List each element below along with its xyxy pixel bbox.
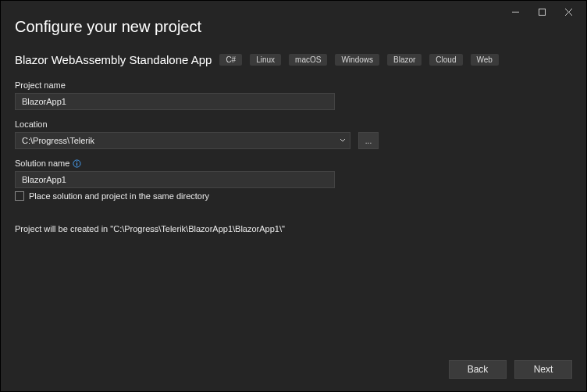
location-combo[interactable] — [15, 132, 350, 149]
next-button[interactable]: Next — [514, 360, 572, 379]
maximize-button[interactable] — [535, 5, 549, 18]
page-heading: Configure your new project — [15, 18, 572, 36]
same-directory-label: Place solution and project in the same d… — [29, 191, 209, 201]
solution-name-block: Solution name Place solution and project… — [15, 159, 572, 201]
project-name-block: Project name — [15, 80, 572, 110]
template-row: Blazor WebAssembly Standalone App C# Lin… — [15, 53, 572, 66]
solution-name-input[interactable] — [15, 171, 335, 188]
template-tag: Blazor — [387, 54, 422, 66]
location-input[interactable] — [15, 132, 350, 149]
back-button[interactable]: Back — [449, 360, 507, 379]
wizard-footer: Back Next — [449, 360, 572, 379]
solution-name-label: Solution name — [15, 159, 572, 168]
minimize-button[interactable] — [508, 5, 522, 18]
creation-path-summary: Project will be created in "C:\Progress\… — [15, 224, 572, 233]
titlebar-controls — [508, 1, 586, 18]
browse-button[interactable]: ... — [358, 132, 379, 149]
template-tag: macOS — [289, 54, 327, 66]
dialog-window: Configure your new project Blazor WebAss… — [0, 0, 587, 392]
close-button[interactable] — [561, 5, 575, 18]
template-tag: C# — [219, 54, 242, 66]
solution-name-label-text: Solution name — [15, 159, 69, 168]
template-tag: Windows — [335, 54, 379, 66]
location-block: Location ... — [15, 119, 572, 149]
project-name-label: Project name — [15, 80, 572, 90]
svg-rect-1 — [539, 9, 545, 15]
content-area: Configure your new project Blazor WebAss… — [15, 18, 572, 346]
svg-point-6 — [76, 161, 77, 162]
same-directory-row: Place solution and project in the same d… — [15, 191, 572, 201]
template-name: Blazor WebAssembly Standalone App — [15, 53, 212, 66]
location-label: Location — [15, 119, 572, 129]
template-tag: Linux — [250, 54, 281, 66]
template-tag: Web — [471, 54, 499, 66]
project-name-input[interactable] — [15, 93, 335, 110]
template-tag: Cloud — [429, 54, 462, 66]
same-directory-checkbox[interactable] — [15, 191, 24, 201]
info-icon[interactable] — [73, 159, 81, 168]
